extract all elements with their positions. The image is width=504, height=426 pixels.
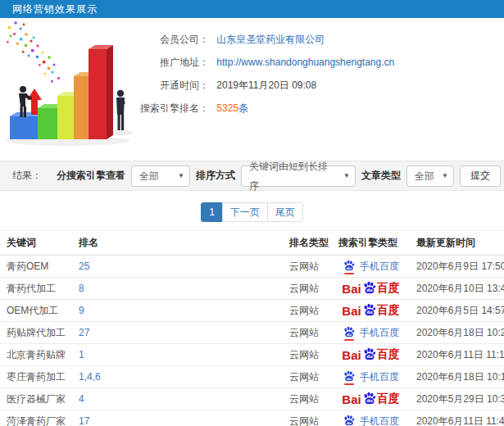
results-filter-bar: 结果： 分搜索引擎查看 全部 ▼ 排序方式 关键词由短到长排序 ▼ 文章类型 全… xyxy=(0,161,504,191)
open-time-field: 开通时间： 2019年11月20日 09:08 xyxy=(127,74,504,97)
baidu-paw-icon: du xyxy=(362,392,377,405)
baidu-cn-text: 百度 xyxy=(377,303,400,318)
rank-link[interactable]: 17 xyxy=(79,415,89,426)
last-page-button[interactable]: 尾页 xyxy=(267,202,303,222)
mobile-baidu-logo: du 手机百度 xyxy=(343,260,399,274)
page-title-bar: 网络营销效果展示 xyxy=(0,0,504,18)
rank-type-cell: 云网站 xyxy=(283,366,334,388)
rank-link[interactable]: 9 xyxy=(79,305,84,316)
update-time-cell: 2020年6月11日 11:40 xyxy=(410,410,504,426)
baidu-bai-text: Bai xyxy=(342,282,361,296)
baidu-logo: Bai du 百度 xyxy=(342,392,399,406)
company-field: 会员公司： 山东皇圣堂药业有限公司 xyxy=(127,28,504,51)
baidu-cn-text: 百度 xyxy=(377,281,400,296)
update-time-cell: 2020年6月10日 13:40 xyxy=(410,278,504,300)
baidu-logo: Bai du 百度 xyxy=(342,281,399,296)
paw-underline xyxy=(344,339,354,341)
article-type-select[interactable]: 全部 ▼ xyxy=(406,165,454,187)
sort-value: 关键词由短到长排序 xyxy=(249,156,337,196)
caret-down-icon: ▼ xyxy=(442,166,448,186)
submit-button[interactable]: 提交 xyxy=(460,165,501,187)
table-header-row: 关键词 排名 排名类型 搜索引擎类型 最新更新时间 xyxy=(0,231,504,256)
baidu-logo: Bai du 百度 xyxy=(342,347,399,362)
mobile-baidu-label: 手机百度 xyxy=(360,326,399,340)
rank-link[interactable]: 8 xyxy=(79,283,84,294)
engine-cell: du 手机百度 Bai du 百度 xyxy=(334,366,410,388)
svg-text:du: du xyxy=(366,288,373,292)
rank-type-cell: 云网站 xyxy=(283,344,334,366)
baidu-bai-text: Bai xyxy=(342,392,361,406)
rank-type-cell: 云网站 xyxy=(283,278,334,300)
open-time-value: 2019年11月20日 09:08 xyxy=(216,79,316,91)
engine-filter-select[interactable]: 全部 ▼ xyxy=(131,165,190,187)
svg-text:du: du xyxy=(347,266,352,270)
caret-down-icon: ▼ xyxy=(178,166,184,186)
businessman-right xyxy=(116,90,125,130)
update-time-cell: 2020年6月11日 11:18 xyxy=(410,344,504,366)
baidu-paw-icon: du xyxy=(343,260,356,273)
engine-rank-count-unit: 条 xyxy=(238,102,248,114)
article-type-value: 全部 xyxy=(415,166,434,186)
company-link[interactable]: 山东皇圣堂药业有限公司 xyxy=(216,34,325,45)
mobile-baidu-logo: du 手机百度 xyxy=(343,415,399,426)
engine-filter-label: 分搜索引擎查看 xyxy=(57,169,125,183)
engine-rank-count-value: 5325 xyxy=(216,102,238,114)
baidu-paw-icon: du xyxy=(343,326,356,339)
update-time-cell: 2020年6月5日 14:57 xyxy=(410,300,504,322)
rank-type-cell: 云网站 xyxy=(283,256,334,278)
rank-type-cell: 云网站 xyxy=(283,300,334,322)
promo-url-link[interactable]: http://www.shandonghuangshengtang.cn xyxy=(216,57,394,68)
baidu-paw-icon: du xyxy=(343,370,356,383)
engine-cell: du 手机百度 Bai du 百度 xyxy=(334,388,410,410)
pagination: 1 下一页 尾页 xyxy=(0,202,504,222)
baidu-logo: Bai du 百度 xyxy=(342,303,399,318)
rank-type-cell: 云网站 xyxy=(283,388,334,410)
results-table-body: 膏药OEM 25 云网站 du 手机百度 Bai du 百度 2020年6月9日… xyxy=(0,256,504,426)
page-1-button[interactable]: 1 xyxy=(201,202,223,222)
baidu-bai-text: Bai xyxy=(342,304,361,318)
svg-text:du: du xyxy=(347,333,352,337)
paw-underline xyxy=(344,383,354,385)
engine-cell: du 手机百度 Bai du 百度 xyxy=(334,278,410,300)
mobile-baidu-label: 手机百度 xyxy=(360,370,399,384)
engine-cell: du 手机百度 Bai du 百度 xyxy=(334,300,410,322)
table-row: 膏药OEM 25 云网站 du 手机百度 Bai du 百度 2020年6月9日… xyxy=(0,256,504,278)
growth-chart-illustration xyxy=(0,18,156,152)
keyword-cell: 枣庄膏药加工 xyxy=(0,366,72,388)
svg-text:du: du xyxy=(366,398,373,403)
header-engine-type: 搜索引擎类型 xyxy=(334,231,410,256)
table-row: 菏泽膏药厂家 17 云网站 du 手机百度 Bai du 百度 2020年6月1… xyxy=(0,410,504,426)
keyword-cell: 北京膏药贴牌 xyxy=(0,344,72,366)
baidu-bai-text: Bai xyxy=(342,348,361,362)
engine-cell: du 手机百度 Bai du 百度 xyxy=(334,410,410,426)
keyword-cell: OEM代加工 xyxy=(0,300,72,322)
mobile-baidu-logo: du 手机百度 xyxy=(343,326,399,340)
mobile-baidu-label: 手机百度 xyxy=(360,260,399,274)
keyword-cell: 菏泽膏药厂家 xyxy=(0,410,72,426)
rank-link[interactable]: 4 xyxy=(79,393,84,405)
rank-link[interactable]: 25 xyxy=(79,261,89,272)
update-time-cell: 2020年5月29日 10:32 xyxy=(410,388,504,410)
baidu-paw-icon: du xyxy=(362,347,377,360)
baidu-paw-icon: du xyxy=(362,303,377,316)
update-time-cell: 2020年6月18日 10:25 xyxy=(410,322,504,344)
engine-cell: du 手机百度 Bai du 百度 xyxy=(334,256,410,278)
sort-label: 排序方式 xyxy=(196,169,235,183)
baidu-paw-icon: du xyxy=(362,281,377,294)
rank-link[interactable]: 1,4,6 xyxy=(79,371,101,383)
engine-rank-count-field: 搜索引擎排名： 5325条 xyxy=(127,97,504,120)
baidu-cn-text: 百度 xyxy=(377,392,400,406)
table-row: 膏药代加工 8 云网站 du 手机百度 Bai du 百度 2020年6月10日… xyxy=(0,278,504,300)
update-time-cell: 2020年6月9日 17:50 xyxy=(410,256,504,278)
rank-link[interactable]: 1 xyxy=(79,349,84,360)
member-info-section: 会员公司： 山东皇圣堂药业有限公司 推广地址： http://www.shand… xyxy=(0,18,504,161)
keyword-cell: 药贴牌代加工 xyxy=(0,322,72,344)
mobile-baidu-logo: du 手机百度 xyxy=(343,370,399,384)
rank-type-cell: 云网站 xyxy=(283,410,334,426)
confetti-dots xyxy=(7,21,60,82)
rank-type-cell: 云网站 xyxy=(283,322,334,344)
rank-link[interactable]: 27 xyxy=(79,327,89,338)
sort-select[interactable]: 关键词由短到长排序 ▼ xyxy=(241,165,356,187)
table-row: OEM代加工 9 云网站 du 手机百度 Bai du 百度 2020年6月5日… xyxy=(0,300,504,322)
next-page-button[interactable]: 下一页 xyxy=(222,202,268,222)
